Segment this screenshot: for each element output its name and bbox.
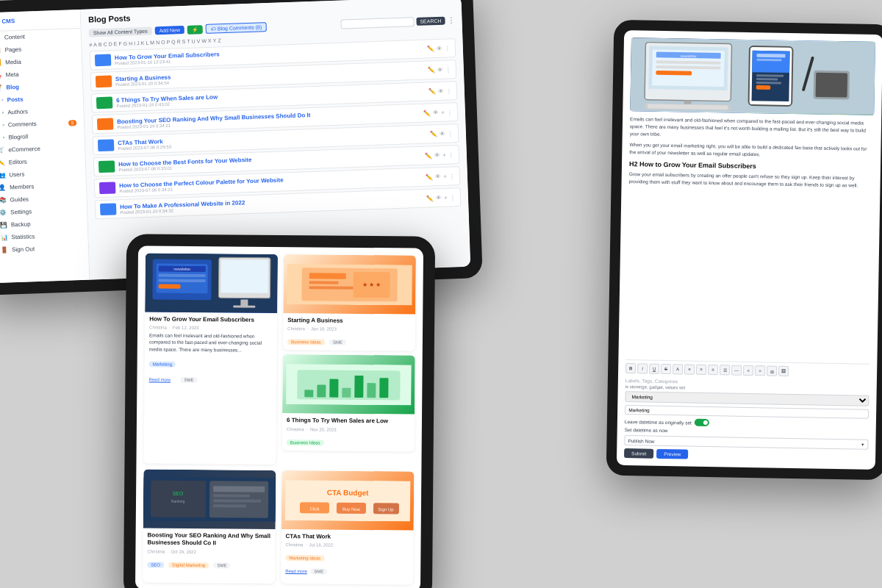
svg-rect-34	[220, 259, 268, 293]
alpha-char[interactable]: M	[150, 40, 154, 45]
more-icon[interactable]: ⋮	[448, 151, 454, 158]
more-icon[interactable]: ⋮	[445, 66, 451, 73]
seo-tag2[interactable]: Digital Marketing	[168, 562, 209, 567]
blog-grid: newsletter How To Grow Your Email Subscr…	[135, 245, 423, 588]
strikethrough-button[interactable]: S	[661, 364, 671, 374]
ctas-read-more[interactable]: Read more	[285, 569, 307, 573]
list-button[interactable]: ☰	[720, 365, 730, 375]
align-center-button[interactable]: ≡	[696, 365, 706, 375]
alpha-char[interactable]: L	[146, 40, 148, 46]
alpha-char[interactable]: H	[129, 40, 132, 46]
view-icon[interactable]: 👁	[440, 130, 445, 137]
featured-read-more[interactable]: Read more	[148, 377, 171, 381]
italic-button[interactable]: I	[637, 363, 648, 373]
alpha-char[interactable]: F	[118, 41, 122, 46]
view-icon[interactable]: 👁	[436, 194, 442, 201]
more-icon[interactable]: ⋮	[448, 130, 453, 137]
add-icon[interactable]: +	[442, 151, 446, 158]
edit-icon[interactable]: ✏️	[423, 110, 431, 116]
starting-business-tag2[interactable]: SME	[329, 340, 346, 345]
alpha-char[interactable]: #	[89, 42, 92, 47]
alpha-char[interactable]: D	[109, 41, 112, 46]
sales-tag1[interactable]: Business Ideas	[287, 440, 324, 445]
alpha-char[interactable]: O	[161, 40, 165, 45]
view-icon[interactable]: 👁	[433, 109, 439, 115]
alpha-char[interactable]: A	[93, 42, 97, 47]
seo-tag1[interactable]: SEO	[147, 562, 164, 567]
alpha-char[interactable]: U	[192, 38, 196, 43]
preview-button[interactable]: Preview	[656, 449, 688, 459]
indent-button[interactable]: «	[743, 365, 753, 376]
alpha-char[interactable]: X	[208, 38, 212, 43]
edit-icon[interactable]: ✏️	[429, 88, 436, 95]
filter1-button[interactable]: ⚡	[187, 25, 203, 35]
tablet-right-screen: newsletter	[617, 30, 882, 470]
seo-image: SEO Ranking	[143, 469, 276, 529]
more-icon[interactable]: ⋮	[449, 173, 455, 179]
leave-datetime-toggle[interactable]	[695, 419, 709, 426]
add-icon[interactable]: +	[441, 109, 445, 115]
filter2-button[interactable]: 🏷 Blog Comments (8)	[206, 22, 268, 34]
add-new-button[interactable]: Add New	[154, 26, 184, 35]
view-icon[interactable]: 👁	[437, 45, 442, 51]
alpha-char[interactable]: N	[156, 40, 159, 45]
starting-business-tag1[interactable]: Business Ideas	[287, 339, 325, 345]
image-button[interactable]: 🖼	[778, 366, 789, 376]
tag-input[interactable]	[625, 405, 869, 419]
align-right-button[interactable]: ≡	[708, 365, 718, 375]
alpha-char[interactable]: K	[141, 40, 145, 46]
alpha-char[interactable]: T	[187, 39, 190, 44]
alpha-char[interactable]: R	[177, 39, 181, 44]
edit-icon[interactable]: ✏️	[425, 152, 432, 159]
search-input[interactable]	[340, 17, 414, 29]
more-icon[interactable]: ⋮	[447, 109, 453, 115]
hr-button[interactable]: —	[731, 365, 742, 376]
view-icon[interactable]: 👁	[437, 66, 443, 73]
view-icon[interactable]: 👁	[434, 151, 440, 158]
more-icon[interactable]: ⋮	[445, 45, 451, 51]
publish-select[interactable]: Publish Now ▾	[624, 435, 868, 450]
more-options-icon[interactable]: ⋮	[447, 16, 454, 24]
seo-tag3[interactable]: SME	[213, 562, 230, 568]
more-icon[interactable]: ⋮	[450, 194, 456, 201]
alpha-char[interactable]: V	[197, 38, 201, 43]
underline-button[interactable]: U	[649, 364, 659, 374]
edit-icon[interactable]: ✏️	[430, 131, 437, 137]
alpha-char[interactable]: W	[201, 38, 207, 43]
alpha-char[interactable]: Y	[213, 37, 217, 43]
submit-button[interactable]: Submit	[624, 448, 653, 459]
table-button[interactable]: ⊞	[767, 365, 777, 376]
alpha-char[interactable]: S	[182, 39, 186, 44]
featured-tag[interactable]: Marketing	[149, 361, 176, 367]
alpha-char[interactable]: C	[103, 42, 107, 47]
alpha-char[interactable]: Q	[171, 39, 176, 44]
category-select[interactable]: Marketing	[625, 391, 869, 406]
sidebar-item-signout[interactable]: 🚪 Sign Out	[0, 241, 88, 257]
edit-icon[interactable]: ✏️	[427, 46, 434, 52]
ctas-tag1[interactable]: Marketing Ideas	[285, 555, 324, 561]
edit-icon[interactable]: ✏️	[426, 195, 434, 201]
show-all-button[interactable]: Show All Content Types	[89, 27, 152, 37]
view-icon[interactable]: 👁	[435, 173, 441, 179]
publish-row: Submit Preview	[624, 448, 868, 462]
edit-icon[interactable]: ✏️	[426, 173, 433, 180]
bold-button[interactable]: B	[625, 363, 636, 373]
alpha-char[interactable]: Z	[218, 37, 221, 43]
ctas-tag2[interactable]: SME	[310, 569, 327, 575]
add-icon[interactable]: +	[443, 173, 447, 179]
outdent-button[interactable]: »	[755, 365, 765, 376]
alpha-char[interactable]: J	[137, 40, 140, 46]
alpha-char[interactable]: G	[123, 41, 128, 46]
alpha-char[interactable]: I	[134, 40, 135, 46]
align-left-button[interactable]: ≡	[684, 364, 695, 374]
alpha-char[interactable]: P	[166, 40, 170, 45]
link-button[interactable]: A	[673, 364, 683, 374]
alpha-char[interactable]: E	[114, 41, 118, 46]
edit-icon[interactable]: ✏️	[428, 67, 435, 74]
add-icon[interactable]: +	[444, 194, 448, 201]
featured-tag2[interactable]: SME	[180, 376, 197, 382]
search-button[interactable]: SEARCH	[416, 17, 445, 26]
alpha-char[interactable]: B	[98, 42, 102, 47]
view-icon[interactable]: 👁	[438, 87, 444, 94]
more-icon[interactable]: ⋮	[446, 87, 452, 94]
